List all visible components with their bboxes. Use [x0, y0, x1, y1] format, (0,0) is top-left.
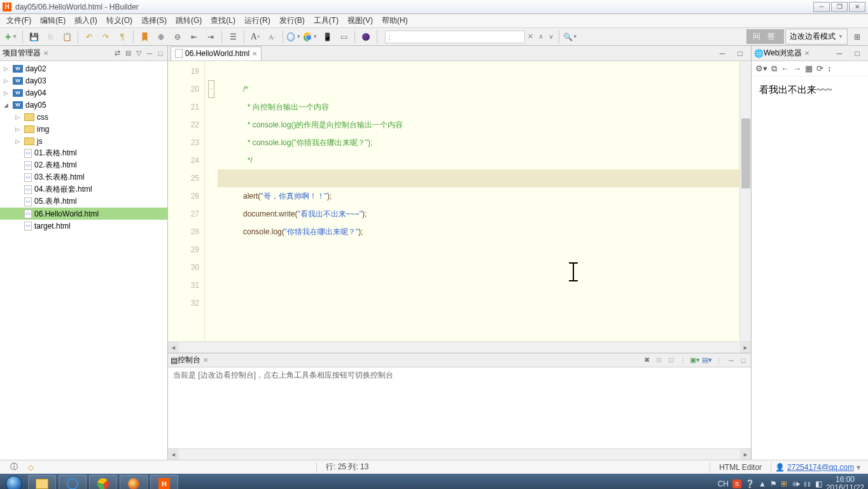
console-hscroll-left[interactable]: ◄ [168, 449, 179, 460]
start-button[interactable] [1, 474, 27, 489]
menu-item[interactable]: 插入(I) [71, 14, 101, 27]
browser-forward-button[interactable]: → [793, 64, 801, 73]
outline-button[interactable]: ☰ [226, 30, 240, 44]
shield-tray-icon[interactable]: ⛨ [781, 479, 788, 488]
code-line[interactable]: document.write("看我出不出来~~~"); [218, 205, 739, 223]
volume-tray-icon[interactable]: ⫾⫾ [804, 479, 811, 488]
tree-project[interactable]: ◢Wday05 [0, 99, 167, 111]
tree-file[interactable]: 01.表格.html [0, 147, 167, 159]
code-line[interactable]: console.log("你猜我在哪出来呢？"); [218, 223, 739, 241]
menu-item[interactable]: 工具(T) [310, 14, 342, 27]
phone-button[interactable]: 📱 [320, 30, 334, 44]
user-dropdown-icon[interactable]: ▾ [854, 463, 863, 472]
scroll-thumb[interactable] [741, 118, 750, 188]
tray-overflow-icon[interactable]: ▲ [759, 479, 766, 488]
search-button[interactable]: 🔍▼ [563, 30, 577, 44]
code-area[interactable]: /* * 向控制台输出一个内容 * console.log()的作用是向控制台输… [218, 61, 739, 341]
sogou-icon[interactable]: S [732, 479, 741, 488]
maximize-editor-button[interactable]: □ [733, 46, 747, 60]
console-pin-button[interactable]: ⊡ [666, 355, 676, 365]
add-bookmark-button[interactable]: ⊕ [154, 30, 168, 44]
remove-bookmark-button[interactable]: ⊖ [171, 30, 185, 44]
browser-minimize-button[interactable]: ─ [832, 46, 846, 60]
browser-back-button[interactable]: ← [781, 64, 789, 73]
menu-item[interactable]: 转义(O) [102, 14, 136, 27]
menu-item[interactable]: 运行(R) [241, 14, 274, 27]
browser-grid-button[interactable]: ▦ [805, 64, 813, 73]
run-browser-button[interactable]: ▼ [287, 30, 301, 44]
help-tray-icon[interactable]: ❔ [745, 479, 755, 488]
search-clear-button[interactable]: ✕ [525, 32, 536, 41]
notify-tray-icon[interactable]: ◧ [815, 479, 822, 488]
code-line[interactable]: * console.log("你猜我在哪出来呢？"); [218, 134, 739, 152]
code-line[interactable]: /* [218, 80, 739, 98]
paste-button[interactable]: 📋 [60, 30, 74, 44]
menu-item[interactable]: 编辑(E) [36, 14, 69, 27]
tree-file[interactable]: 02.表格.html [0, 159, 167, 171]
prev-bookmark-button[interactable]: ⇤ [187, 30, 201, 44]
tree-file[interactable]: 06.HelloWorld.html [0, 208, 167, 220]
menu-item[interactable]: 跳转(G) [172, 14, 206, 27]
code-line[interactable]: alert("哥，你真帅啊！！"); [218, 187, 739, 205]
font-increase-button[interactable]: A+ [248, 30, 262, 44]
tree-folder[interactable]: ▷js [0, 135, 167, 147]
save-button[interactable]: 💾 [27, 30, 41, 44]
status-tip-icon[interactable]: ⓘ [5, 462, 23, 472]
horizontal-scrollbar[interactable]: ◄ ► [168, 341, 751, 353]
eclipse-button[interactable] [359, 30, 373, 44]
fold-column[interactable]: − [205, 61, 218, 341]
tree-project[interactable]: ▷Wday04 [0, 87, 167, 99]
code-line[interactable]: */ [218, 152, 739, 169]
hbuilder-taskbar-button[interactable]: H [150, 475, 178, 489]
minimize-panel-button[interactable]: ─ [145, 49, 154, 58]
menu-item[interactable]: 发行(B) [276, 14, 309, 27]
mode-icon-button[interactable]: ⊞ [850, 30, 864, 44]
menu-item[interactable]: 帮助(H) [378, 14, 412, 27]
menu-item[interactable]: 查找(L) [207, 14, 239, 27]
device-button[interactable]: ▭ [337, 30, 351, 44]
font-decrease-button[interactable]: A- [265, 30, 279, 44]
close-button[interactable]: ✕ [849, 2, 865, 12]
hscroll-left-button[interactable]: ◄ [168, 342, 179, 353]
tree-project[interactable]: ▷Wday03 [0, 74, 167, 87]
tree-folder[interactable]: ▷img [0, 123, 167, 135]
maximize-button[interactable]: ❐ [831, 2, 848, 12]
code-line[interactable] [218, 276, 739, 294]
new-button[interactable]: +▼ [3, 31, 20, 43]
code-editor[interactable]: 1920212223242526272829303132 − /* * 向控制台… [168, 61, 751, 341]
link-editor-button[interactable]: ⇄ [113, 49, 122, 58]
console-maximize-button[interactable]: □ [738, 355, 748, 365]
explorer-taskbar-button[interactable] [28, 475, 56, 489]
bookmark-button[interactable] [137, 30, 151, 44]
code-line[interactable]: * console.log()的作用是向控制台输出一个内容 [218, 116, 739, 134]
minimize-editor-button[interactable]: ─ [715, 46, 729, 60]
format-button[interactable]: ¶ [115, 30, 129, 44]
console-lock-button[interactable]: ⊟ [654, 355, 664, 365]
save-all-button[interactable]: ⎘ [43, 30, 57, 44]
editor-tab[interactable]: 06.HelloWorld.html ✕ [171, 46, 262, 60]
menu-item[interactable]: 选择(S) [137, 14, 171, 27]
browser-refresh-button[interactable]: ⟳ [816, 64, 823, 73]
menu-item[interactable]: 文件(F) [3, 14, 35, 27]
close-panel-button[interactable]: ✕ [43, 50, 48, 57]
collapse-all-button[interactable]: ⊟ [123, 49, 132, 58]
tree-file[interactable]: 03.长表格.html [0, 171, 167, 183]
ie-taskbar-button[interactable] [59, 475, 87, 489]
taskbar-clock[interactable]: 16:00 2016/11/22 [826, 476, 864, 489]
ime-indicator[interactable]: CH [718, 479, 729, 488]
search-up-button[interactable]: ∧ [536, 32, 546, 41]
redo-button[interactable]: ↷ [99, 30, 113, 44]
hscroll-right-button[interactable]: ► [740, 342, 751, 353]
code-line[interactable] [218, 62, 739, 80]
tree-folder[interactable]: ▷css [0, 111, 167, 123]
search-down-button[interactable]: ∨ [546, 32, 556, 41]
console-clear-button[interactable]: ✖ [641, 355, 652, 365]
chrome-taskbar-button[interactable] [89, 475, 117, 489]
toolbar-search[interactable] [385, 31, 525, 43]
minimize-button[interactable]: ─ [813, 2, 830, 12]
close-browser-button[interactable]: ✕ [804, 50, 809, 57]
console-minimize-button[interactable]: ─ [726, 355, 736, 365]
browser-expand-button[interactable]: ↕ [827, 64, 832, 73]
next-bookmark-button[interactable]: ⇥ [204, 30, 218, 44]
console-hscroll[interactable]: ◄ ► [168, 448, 751, 460]
